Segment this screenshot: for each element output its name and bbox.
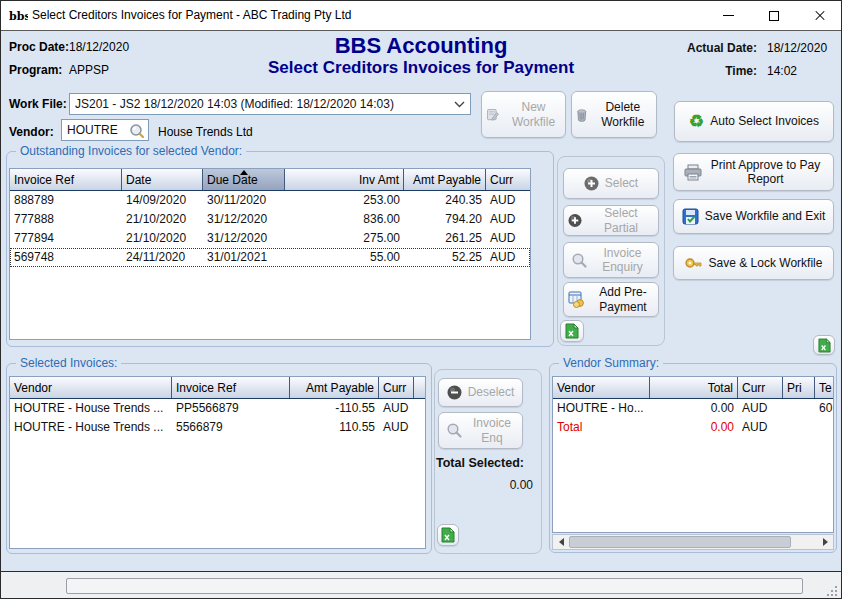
cell-due: 30/11/2020 (203, 191, 285, 210)
vendor-summary-table: Vendor Total Curr Pri Te HOUTRE - Ho...0… (552, 376, 834, 533)
add-pre-payment-button[interactable]: Add Pre-Payment (563, 282, 659, 317)
add-pre-payment-label: Add Pre-Payment (592, 285, 654, 314)
select-partial-button[interactable]: Select Partial (563, 205, 659, 236)
cell-date: 24/11/2020 (122, 248, 203, 267)
cell-te: 60 (815, 399, 833, 418)
cell-payable: 240.35 (404, 191, 486, 210)
auto-select-invoices-button[interactable]: ♻ Auto Select Invoices (674, 101, 834, 142)
table-row[interactable]: 56974824/11/202031/01/202155.0052.25AUD (10, 248, 530, 267)
delete-workfile-button[interactable]: Delete Workfile (571, 91, 657, 138)
chevron-down-icon (454, 101, 465, 108)
vendor-summary-hscrollbar[interactable] (552, 534, 834, 550)
printer-icon (684, 164, 702, 181)
cell-curr: AUD (486, 210, 531, 229)
table-row[interactable]: 77789421/10/202031/12/2020275.00261.25AU… (10, 229, 530, 248)
cell-amt: 836.00 (285, 210, 404, 229)
column-header-amt-payable[interactable]: Amt Payable (290, 377, 379, 398)
excel-icon (565, 323, 579, 339)
table-row[interactable]: HOUTRE - House Trends ...5566879110.55AU… (10, 418, 425, 437)
column-header-curr[interactable]: Curr (486, 169, 531, 190)
outstanding-invoices-table: Invoice Ref Date Due Date Inv Amt Amt Pa… (9, 168, 531, 340)
scroll-right-arrow-icon[interactable] (817, 535, 833, 549)
bbs-logo-icon: bbs (8, 6, 28, 26)
cell-total: 0.00 (650, 418, 738, 437)
print-approve-report-button[interactable]: Print Approve to Pay Report (673, 153, 834, 191)
invoice-enquiry-button[interactable]: Invoice Enquiry (563, 242, 659, 278)
table-row[interactable]: 88878914/09/202030/11/2020253.00240.35AU… (10, 191, 530, 210)
selected-table-body: HOUTRE - House Trends ...PP5566879-110.5… (10, 399, 425, 437)
column-header-terms[interactable]: Te (815, 377, 833, 398)
cell-date: 21/10/2020 (122, 229, 203, 248)
workfile-combobox[interactable]: JS201 - JS2 18/12/2020 14:03 (Modified: … (69, 93, 471, 115)
column-header-total[interactable]: Total (650, 377, 738, 398)
table-row[interactable]: HOUTRE - House Trends ...PP5566879-110.5… (10, 399, 425, 418)
column-header-amt-payable[interactable]: Amt Payable (404, 169, 486, 190)
invoice-enq-button[interactable]: Invoice Enq (438, 412, 523, 449)
cell-due: 31/12/2020 (203, 210, 285, 229)
column-header-due-date[interactable]: Due Date (203, 169, 285, 190)
vendor-label: Vendor: (9, 125, 54, 139)
vendor-code-value: HOUTRE (67, 123, 118, 137)
cell-amt: 253.00 (285, 191, 404, 210)
table-row[interactable]: HOUTRE - Ho...0.00AUD60 (553, 399, 833, 418)
cell-curr: AUD (486, 191, 531, 210)
column-header-vendor[interactable]: Vendor (10, 377, 172, 398)
export-excel-button[interactable] (813, 335, 835, 355)
column-header-curr[interactable]: Curr (738, 377, 783, 398)
table-row[interactable]: 77788821/10/202031/12/2020836.00794.20AU… (10, 210, 530, 229)
maximize-button[interactable] (751, 1, 797, 30)
cell-total: 0.00 (650, 399, 738, 418)
new-workfile-button[interactable]: New Workfile (481, 91, 566, 138)
deselect-button[interactable]: Deselect (438, 378, 523, 407)
minus-circle-icon (447, 385, 462, 400)
minimize-icon (723, 15, 734, 16)
select-partial-label: Select Partial (588, 206, 654, 235)
window-title: Select Creditors Invoices for Payment - … (32, 1, 351, 30)
cell-vendor: Total (553, 418, 650, 437)
cell-curr: AUD (486, 229, 531, 248)
cell-vendor: HOUTRE - Ho... (553, 399, 650, 418)
export-excel-button[interactable] (437, 524, 459, 546)
cell-ref: 569748 (10, 248, 122, 267)
save-lock-workfile-label: Save & Lock Workfile (709, 256, 823, 270)
cell-vendor: HOUTRE - House Trends ... (10, 399, 172, 418)
cell-te (815, 418, 833, 437)
export-excel-button[interactable] (560, 320, 584, 342)
key-icon (685, 255, 703, 271)
save-lock-workfile-button[interactable]: Save & Lock Workfile (673, 246, 834, 280)
vendor-search-icon[interactable] (128, 122, 146, 140)
column-header-date[interactable]: Date (122, 169, 203, 190)
selected-table-header: Vendor Invoice Ref Amt Payable Curr (10, 377, 425, 399)
column-header-invoice-ref[interactable]: Invoice Ref (172, 377, 290, 398)
save-workfile-exit-button[interactable]: Save Workfile and Exit (673, 199, 834, 234)
invoice-enq-label: Invoice Enq (469, 416, 515, 445)
main-area: Proc Date: 18/12/2020 Program: APPSP BBS… (1, 31, 841, 572)
minimize-button[interactable] (705, 1, 751, 30)
status-bar (1, 572, 841, 599)
excel-icon (441, 527, 455, 543)
vendor-name: House Trends Ltd (158, 125, 253, 139)
title-bar[interactable]: bbs Select Creditors Invoices for Paymen… (1, 1, 841, 31)
cell-ref: 777894 (10, 229, 122, 248)
pre-payment-icon (568, 291, 586, 308)
deselect-label: Deselect (468, 385, 515, 399)
cell-vendor: HOUTRE - House Trends ... (10, 418, 172, 437)
scrollbar-thumb[interactable] (569, 536, 791, 548)
workfile-label: Work File: (9, 97, 67, 111)
print-approve-report-label: Print Approve to Pay Report (708, 158, 824, 187)
magnifier-icon (446, 422, 463, 439)
resize-grip[interactable] (826, 585, 838, 597)
column-header-pri[interactable]: Pri (783, 377, 815, 398)
cell-ref: 888789 (10, 191, 122, 210)
column-header-invoice-ref[interactable]: Invoice Ref (10, 169, 122, 190)
table-row[interactable]: Total0.00AUD (553, 418, 833, 437)
select-button[interactable]: Select (563, 168, 659, 199)
column-header-vendor[interactable]: Vendor (553, 377, 650, 398)
save-workfile-exit-label: Save Workfile and Exit (705, 209, 826, 223)
scroll-left-arrow-icon[interactable] (553, 535, 569, 549)
close-button[interactable] (797, 1, 842, 30)
column-header-inv-amt[interactable]: Inv Amt (285, 169, 404, 190)
column-header-curr[interactable]: Curr (379, 377, 414, 398)
vendor-code-input[interactable]: HOUTRE (61, 119, 149, 141)
total-selected-value: 0.00 (438, 478, 533, 492)
